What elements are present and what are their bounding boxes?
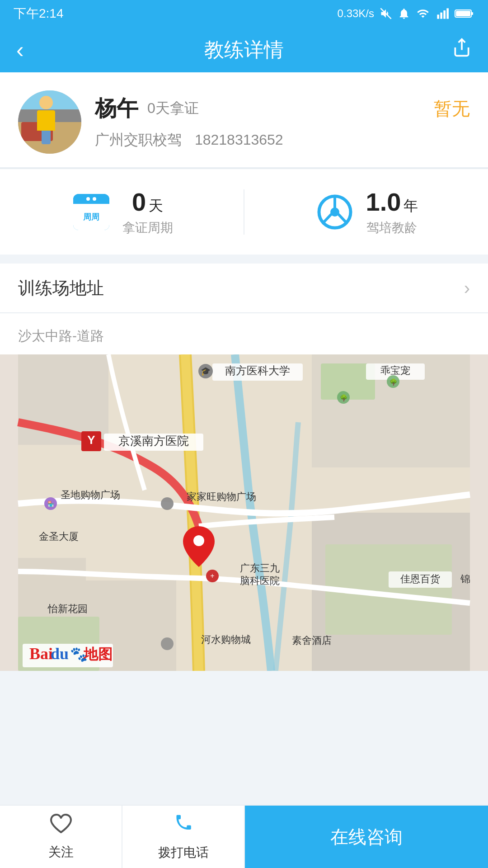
share-button[interactable]: [452, 38, 472, 62]
svg-point-49: [161, 637, 174, 650]
phone-icon: [172, 812, 195, 840]
svg-text:京溪南方医院: 京溪南方医院: [118, 434, 189, 448]
svg-text:金圣大厦: 金圣大厦: [39, 531, 79, 542]
map-svg: 南方医科大学 🎓 乖宝宠 Y 京溪南方医院 🏪 圣地购物广场 家家旺购物广场 金…: [0, 354, 488, 671]
svg-text:圣地购物广场: 圣地购物广场: [61, 489, 120, 500]
status-icons: 0.33K/s: [338, 7, 474, 20]
map-section: 沙太中路-道路: [0, 313, 488, 671]
svg-text:+: +: [210, 572, 214, 580]
phone-number: 18218313652: [195, 132, 283, 148]
avatar: [18, 90, 81, 154]
address-section[interactable]: 训练场地址 ›: [0, 264, 488, 313]
svg-text:广东三九: 广东三九: [240, 562, 280, 574]
svg-point-36: [161, 497, 174, 510]
stat-label-2: 驾培教龄: [366, 219, 417, 236]
map-location-label: 沙太中路-道路: [0, 327, 488, 354]
svg-text:素舍酒店: 素舍酒店: [292, 635, 332, 646]
svg-rect-1: [437, 14, 439, 19]
bottom-bar: 关注 拨打电话 在线咨询: [0, 805, 488, 868]
stat-unit-1: 天: [149, 196, 163, 216]
call-label: 拨打电话: [158, 844, 209, 861]
signal-icon: [436, 7, 449, 20]
svg-text:南方医科大学: 南方医科大学: [225, 364, 290, 377]
calendar-text: 周周: [83, 212, 99, 222]
follow-label: 关注: [48, 844, 74, 861]
mute-icon: [380, 7, 392, 20]
svg-text:佳恩百货: 佳恩百货: [400, 573, 440, 585]
calendar-icon-wrapper: 周周: [71, 192, 112, 232]
heart-icon: [49, 813, 73, 840]
svg-point-40: [193, 535, 204, 546]
svg-text:du: du: [51, 645, 69, 663]
chevron-right-icon: ›: [464, 278, 470, 298]
stat-driving-age: 1.0 年 驾培教龄: [244, 169, 488, 255]
svg-text:🎓: 🎓: [201, 366, 211, 376]
svg-text:🌳: 🌳: [340, 394, 348, 402]
wifi-icon: [416, 7, 430, 20]
stat-cert-period: 周周 0 天 拿证周期: [0, 169, 244, 255]
back-button[interactable]: ‹: [16, 37, 24, 63]
svg-rect-7: [456, 11, 470, 16]
alarm-icon: [398, 7, 410, 20]
map-container[interactable]: 南方医科大学 🎓 乖宝宠 Y 京溪南方医院 🏪 圣地购物广场 家家旺购物广场 金…: [0, 354, 488, 671]
svg-rect-4: [446, 8, 449, 19]
svg-text:锦: 锦: [460, 573, 470, 585]
cert-days: 0天拿证: [147, 99, 199, 118]
stat-number-1: 0: [132, 187, 146, 217]
svg-rect-6: [471, 12, 473, 15]
profile-info: 杨午 0天拿证 暂无 广州交职校驾 18218313652: [95, 94, 470, 150]
svg-text:乖宝宠: 乖宝宠: [380, 365, 410, 376]
status-time: 下午2:14: [14, 5, 64, 22]
svg-text:家家旺购物广场: 家家旺购物广场: [187, 491, 256, 502]
svg-text:🌳: 🌳: [389, 378, 398, 386]
speed-indicator: 0.33K/s: [338, 7, 374, 20]
consult-label: 在线咨询: [330, 825, 403, 849]
page-title: 教练详情: [204, 37, 284, 63]
svg-text:脑科医院: 脑科医院: [240, 575, 280, 586]
profile-card: 杨午 0天拿证 暂无 广州交职校驾 18218313652: [0, 72, 488, 168]
svg-line-13: [339, 215, 347, 223]
consult-button[interactable]: 在线咨询: [245, 806, 488, 868]
calendar-icon: 周周: [73, 194, 109, 230]
address-label: 训练场地址: [18, 277, 104, 300]
status-bar: 下午2:14 0.33K/s: [0, 0, 488, 27]
steering-wheel-icon: [317, 194, 353, 230]
steering-icon-wrapper: [314, 192, 355, 232]
svg-rect-2: [440, 13, 442, 19]
svg-line-12: [323, 215, 331, 223]
header: ‹ 教练详情: [0, 27, 488, 72]
stat-unit-2: 年: [404, 196, 418, 216]
svg-text:地图: 地图: [83, 646, 113, 662]
profile-status: 暂无: [434, 96, 470, 121]
svg-text:🏪: 🏪: [47, 500, 54, 507]
svg-text:Y: Y: [87, 433, 95, 447]
follow-button[interactable]: 关注: [0, 806, 122, 868]
svg-text:Bai: Bai: [29, 645, 53, 663]
svg-text:怡新花园: 怡新花园: [47, 603, 88, 614]
stat-label-1: 拿证周期: [122, 219, 173, 236]
stats-row: 周周 0 天 拿证周期 1.: [0, 168, 488, 255]
section-spacer-1: [0, 255, 488, 264]
battery-icon: [455, 7, 474, 20]
coach-name: 杨午: [95, 94, 138, 123]
call-button[interactable]: 拨打电话: [122, 806, 245, 868]
stat-number-2: 1.0: [366, 187, 401, 217]
svg-text:河水购物城: 河水购物城: [201, 634, 251, 645]
school-name: 广州交职校驾: [95, 132, 182, 148]
svg-rect-3: [443, 10, 446, 19]
